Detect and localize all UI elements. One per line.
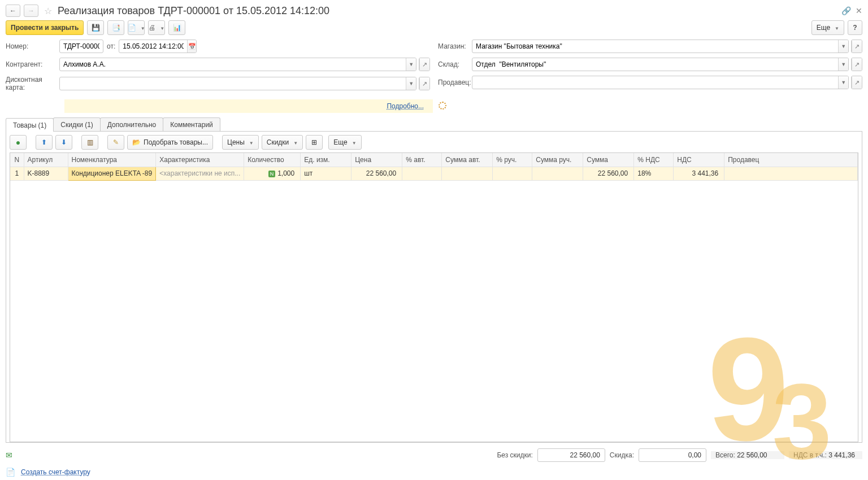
- copy-icon: 📄: [128, 24, 136, 32]
- edit-icon: ✎: [113, 138, 119, 146]
- dropdown-icon[interactable]: ▼: [838, 40, 848, 53]
- barcode-button[interactable]: ▥: [81, 135, 98, 150]
- shop-open-button[interactable]: ↗: [851, 40, 862, 53]
- reports-button[interactable]: 📊: [168, 20, 185, 35]
- seller-field[interactable]: ▼: [472, 76, 849, 89]
- cell-sum[interactable]: 22 560,00: [583, 167, 634, 180]
- discounts-button[interactable]: Скидки: [262, 135, 303, 150]
- warehouse-field[interactable]: ▼: [472, 58, 849, 71]
- shop-field[interactable]: ▼: [472, 40, 849, 53]
- col-seller[interactable]: Продавец: [724, 153, 858, 167]
- col-n[interactable]: N: [10, 153, 24, 167]
- col-uom[interactable]: Ед. изм.: [301, 153, 351, 167]
- summary-bar: ✉ Без скидки: 22 560,00 Скидка: 0,00 Все…: [6, 448, 862, 462]
- nav-forward-button[interactable]: →: [24, 5, 38, 17]
- no-discount-label: Без скидки:: [497, 451, 532, 459]
- cell-nomen[interactable]: Кондиционер ELEKTA -89: [68, 167, 156, 180]
- shop-label: Магазин:: [438, 42, 472, 50]
- mail-icon[interactable]: ✉: [6, 451, 12, 460]
- close-icon[interactable]: ✕: [856, 6, 862, 15]
- save-button[interactable]: 💾: [87, 20, 104, 35]
- date-field[interactable]: 📅: [119, 40, 197, 53]
- calendar-icon[interactable]: 📅: [187, 40, 196, 53]
- cell-vat[interactable]: 3 441,36: [674, 167, 724, 180]
- kontragent-label: Контрагент:: [6, 60, 59, 68]
- cell-sku[interactable]: K-8889: [24, 167, 68, 180]
- cell-uom[interactable]: шт: [301, 167, 351, 180]
- tab-discounts[interactable]: Скидки (1): [53, 117, 101, 131]
- move-down-button[interactable]: ⬇: [55, 135, 72, 150]
- warehouse-open-button[interactable]: ↗: [851, 58, 862, 71]
- cell-vat-pct[interactable]: 18%: [634, 167, 674, 180]
- cell-sum-auto[interactable]: [442, 167, 493, 180]
- dropdown-icon[interactable]: ▼: [838, 58, 848, 71]
- col-vat[interactable]: НДС: [674, 153, 724, 167]
- discount-card-open-button[interactable]: ↗: [419, 77, 430, 90]
- grid-icon: ⊞: [311, 138, 317, 146]
- loading-icon: [439, 102, 446, 110]
- tab-comment[interactable]: Комментарий: [163, 117, 220, 131]
- kontragent-open-button[interactable]: ↗: [419, 58, 430, 71]
- cell-char[interactable]: <характеристики не исп...: [156, 167, 244, 180]
- col-pct-man[interactable]: % руч.: [493, 153, 532, 167]
- grid-more-button[interactable]: Еще: [328, 135, 361, 150]
- total-box: Всего: 22 560,00: [711, 451, 784, 459]
- create-based-button[interactable]: 📄: [128, 20, 145, 35]
- add-row-button[interactable]: ●: [10, 135, 27, 150]
- tab-bar: Товары (1) Скидки (1) Дополнительно Комм…: [6, 117, 862, 132]
- info-strip: Подробно...: [64, 99, 433, 113]
- prices-button[interactable]: Цены: [222, 135, 259, 150]
- number-field[interactable]: [59, 40, 103, 53]
- kontragent-field[interactable]: ▼: [59, 58, 416, 71]
- cell-pct-man[interactable]: [493, 167, 532, 180]
- col-nomen[interactable]: Номенклатура: [68, 153, 156, 167]
- seller-open-button[interactable]: ↗: [851, 76, 862, 89]
- help-button[interactable]: ?: [848, 20, 862, 35]
- col-pct-auto[interactable]: % авт.: [402, 153, 442, 167]
- col-sum-man[interactable]: Сумма руч.: [532, 153, 583, 167]
- dropdown-icon[interactable]: ▼: [406, 58, 416, 71]
- folder-icon: 📂: [132, 138, 141, 146]
- table-row[interactable]: 1 K-8889 Кондиционер ELEKTA -89 <характе…: [10, 167, 858, 180]
- goods-table[interactable]: N Артикул Номенклатура Характеристика Ко…: [10, 152, 858, 442]
- post-and-close-button[interactable]: Провести и закрыть: [6, 20, 84, 35]
- create-invoice-link[interactable]: Создать счет-фактуру: [21, 468, 90, 476]
- col-sum[interactable]: Сумма: [583, 153, 634, 167]
- print-icon: 🖨: [149, 24, 155, 32]
- col-qty[interactable]: Количество: [244, 153, 301, 167]
- cell-qty[interactable]: N1,000: [244, 167, 301, 180]
- cell-price[interactable]: 22 560,00: [351, 167, 402, 180]
- post-button[interactable]: 📑: [107, 20, 124, 35]
- number-label: Номер:: [6, 42, 59, 50]
- col-char[interactable]: Характеристика: [156, 153, 244, 167]
- cell-seller[interactable]: [724, 167, 858, 180]
- col-sku[interactable]: Артикул: [24, 153, 68, 167]
- tab-goods[interactable]: Товары (1): [6, 118, 54, 132]
- more-button[interactable]: Еще: [811, 20, 844, 35]
- pick-items-button[interactable]: 📂 Подобрать товары...: [127, 135, 213, 150]
- edit-button[interactable]: ✎: [107, 135, 124, 150]
- col-price[interactable]: Цена: [351, 153, 402, 167]
- cell-sum-man[interactable]: [532, 167, 583, 180]
- tab-additional[interactable]: Дополнительно: [100, 117, 163, 131]
- vat-value: 3 441,36: [828, 451, 855, 459]
- extra-button[interactable]: ⊞: [306, 135, 323, 150]
- move-up-button[interactable]: ⬆: [36, 135, 53, 150]
- vat-box: НДС в т.ч.: 3 441,36: [789, 451, 862, 459]
- discount-value: 0,00: [639, 448, 706, 462]
- cell-pct-auto[interactable]: [402, 167, 442, 180]
- dropdown-icon[interactable]: ▼: [406, 77, 416, 90]
- total-value: 22 560,00: [737, 451, 767, 459]
- col-vat-pct[interactable]: % НДС: [634, 153, 674, 167]
- link-icon[interactable]: 🔗: [841, 6, 851, 15]
- nav-back-button[interactable]: ←: [6, 5, 20, 17]
- col-sum-auto[interactable]: Сумма авт.: [442, 153, 493, 167]
- favorite-icon[interactable]: ☆: [44, 6, 52, 16]
- warehouse-label: Склад:: [438, 60, 472, 68]
- details-link[interactable]: Подробно...: [387, 102, 424, 110]
- grid-section: ● ⬆ ⬇ ▥ ✎ 📂 Подобрать товары... Цены Ски…: [6, 132, 862, 443]
- dropdown-icon[interactable]: ▼: [838, 76, 848, 89]
- discount-card-field[interactable]: ▼: [59, 77, 416, 90]
- cell-n[interactable]: 1: [10, 167, 24, 180]
- print-button[interactable]: 🖨: [148, 20, 165, 35]
